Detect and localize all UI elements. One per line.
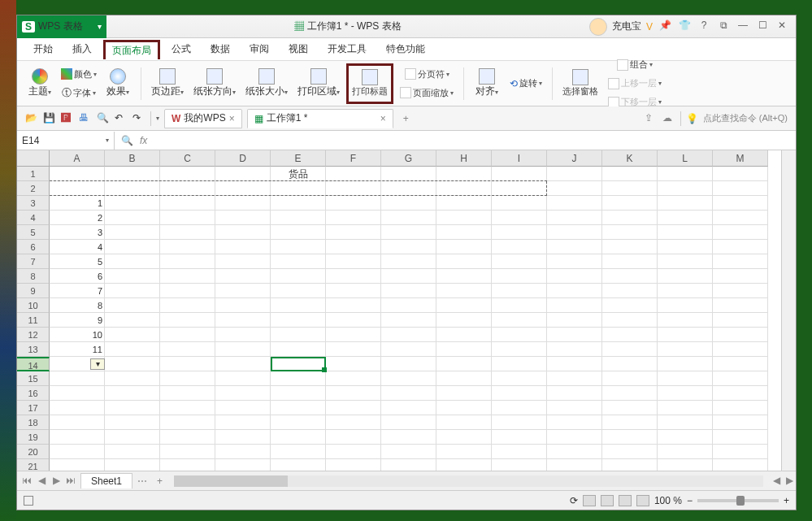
cell-L16[interactable]: [658, 386, 713, 401]
effects-button[interactable]: 效果▾: [102, 63, 134, 104]
cell-B13[interactable]: [105, 342, 160, 357]
row-header-7[interactable]: 7: [17, 254, 50, 269]
cell-K4[interactable]: [602, 211, 658, 225]
cell-K7[interactable]: [602, 254, 658, 269]
cell-C21[interactable]: [160, 459, 215, 471]
cell-K8[interactable]: [602, 269, 658, 284]
sheet-next-icon[interactable]: ▶: [50, 475, 63, 488]
zoom-thumb[interactable]: [736, 496, 745, 506]
cell-B20[interactable]: [105, 445, 160, 459]
cell-M2[interactable]: [713, 181, 768, 196]
cell-K5[interactable]: [602, 225, 658, 240]
cell-M8[interactable]: [713, 269, 768, 284]
cell-M15[interactable]: [713, 371, 768, 386]
menu-formula[interactable]: 公式: [163, 39, 199, 59]
cell-M13[interactable]: [713, 342, 768, 357]
cell-G11[interactable]: [381, 313, 436, 328]
scale-button[interactable]: 页面缩放▾: [397, 84, 457, 102]
row-header-19[interactable]: 19: [17, 430, 50, 445]
menu-data[interactable]: 数据: [202, 39, 238, 59]
cell-A3[interactable]: 1: [50, 196, 105, 211]
tab-my-wps[interactable]: W 我的WPS ×: [164, 109, 242, 128]
cell-I15[interactable]: [492, 371, 547, 386]
cell-F7[interactable]: [326, 254, 381, 269]
cell-J13[interactable]: [547, 342, 602, 357]
cell-F3[interactable]: [326, 196, 381, 211]
cell-B16[interactable]: [105, 386, 160, 401]
cell-C16[interactable]: [160, 386, 215, 401]
cell-K13[interactable]: [602, 342, 658, 357]
cell-B8[interactable]: [105, 269, 160, 284]
cell-B9[interactable]: [105, 284, 160, 298]
print-preview-icon[interactable]: 🔍: [97, 112, 110, 125]
cell-L19[interactable]: [658, 430, 713, 445]
cell-D6[interactable]: [215, 240, 271, 254]
cell-C5[interactable]: [160, 225, 215, 240]
merged-header-cell[interactable]: 货品: [50, 167, 547, 181]
smart-tag-icon[interactable]: ▾: [90, 358, 105, 370]
row-header-5[interactable]: 5: [17, 225, 50, 240]
col-header-L[interactable]: L: [658, 150, 713, 167]
cell-D14[interactable]: [215, 357, 271, 371]
cell-I10[interactable]: [492, 298, 547, 313]
cell-B7[interactable]: [105, 254, 160, 269]
cell-C18[interactable]: [160, 415, 215, 430]
cell-H5[interactable]: [436, 225, 492, 240]
cell-B12[interactable]: [105, 328, 160, 342]
row-header-18[interactable]: 18: [17, 415, 50, 430]
col-header-B[interactable]: B: [105, 150, 160, 167]
minimize-icon[interactable]: —: [736, 20, 750, 34]
cell-H9[interactable]: [436, 284, 492, 298]
cell-L15[interactable]: [658, 371, 713, 386]
cell-K10[interactable]: [602, 298, 658, 313]
cell-B3[interactable]: [105, 196, 160, 211]
cell-D20[interactable]: [215, 445, 271, 459]
cell-C12[interactable]: [160, 328, 215, 342]
cell-J10[interactable]: [547, 298, 602, 313]
cell-H19[interactable]: [436, 430, 492, 445]
cell-F5[interactable]: [326, 225, 381, 240]
rotate-button[interactable]: ⟲旋转▾: [506, 63, 545, 104]
cell-E9[interactable]: [271, 284, 326, 298]
col-header-E[interactable]: E: [271, 150, 326, 167]
cell-I17[interactable]: [492, 401, 547, 415]
cell-J8[interactable]: [547, 269, 602, 284]
select-all-corner[interactable]: [17, 150, 50, 167]
sheet-prev-icon[interactable]: ◀: [35, 475, 48, 488]
cell-H17[interactable]: [436, 401, 492, 415]
cell-K21[interactable]: [602, 459, 658, 471]
cell-A12[interactable]: 10: [50, 328, 105, 342]
cell-G13[interactable]: [381, 342, 436, 357]
cell-F13[interactable]: [326, 342, 381, 357]
cell-C14[interactable]: [160, 357, 215, 371]
zoom-out-icon[interactable]: −: [687, 495, 693, 506]
hscroll-right-icon[interactable]: ▶: [783, 475, 796, 488]
col-header-K[interactable]: K: [602, 150, 658, 167]
menu-page-layout[interactable]: 页面布局: [103, 40, 160, 59]
row-header-21[interactable]: 21: [17, 459, 50, 471]
cells-area[interactable]: 货品 1234567891011▾: [50, 167, 781, 471]
col-header-A[interactable]: A: [50, 150, 105, 167]
row-header-17[interactable]: 17: [17, 401, 50, 415]
zoom-in-icon[interactable]: +: [784, 495, 789, 506]
cell-A4[interactable]: 2: [50, 211, 105, 225]
cell-J21[interactable]: [547, 459, 602, 471]
export-pdf-icon[interactable]: 🅿: [61, 112, 74, 125]
cell-E11[interactable]: [271, 313, 326, 328]
cell-F18[interactable]: [326, 415, 381, 430]
cell-A10[interactable]: 8: [50, 298, 105, 313]
row-header-1[interactable]: 1: [17, 167, 50, 181]
cell-I5[interactable]: [492, 225, 547, 240]
cell-H6[interactable]: [436, 240, 492, 254]
cell-L11[interactable]: [658, 313, 713, 328]
cell-D5[interactable]: [215, 225, 271, 240]
cell-F19[interactable]: [326, 430, 381, 445]
row-header-14[interactable]: 14: [17, 357, 50, 371]
cell-E21[interactable]: [271, 459, 326, 471]
col-header-M[interactable]: M: [713, 150, 768, 167]
col-header-D[interactable]: D: [215, 150, 271, 167]
cell-G10[interactable]: [381, 298, 436, 313]
col-header-J[interactable]: J: [547, 150, 602, 167]
command-search[interactable]: 点此查找命令 (Alt+Q): [703, 112, 788, 124]
cell-J12[interactable]: [547, 328, 602, 342]
